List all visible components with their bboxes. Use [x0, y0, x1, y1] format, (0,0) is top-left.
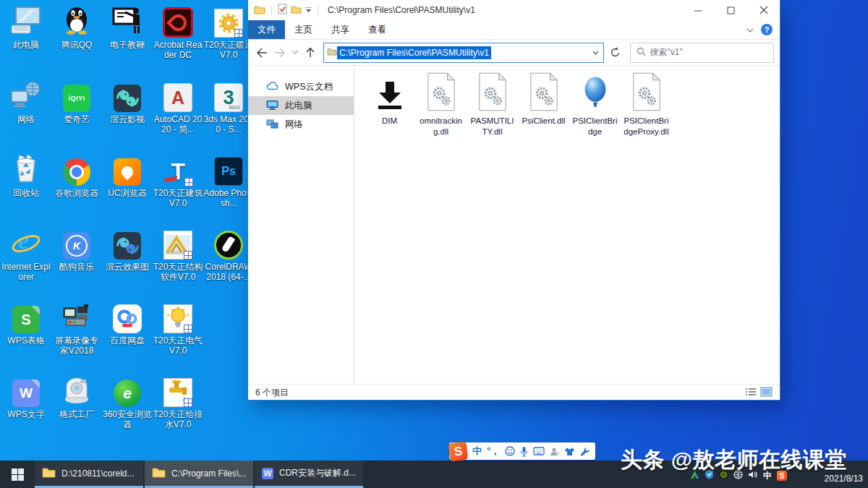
taskbar-button-wps-doc[interactable]: W CDR安装与破解.d...	[255, 461, 363, 488]
desktop-icon-chrome[interactable]: 谷歌浏览器	[51, 154, 102, 198]
maximize-button[interactable]	[715, 0, 747, 20]
desktop-icon-recycle-bin[interactable]: 回收站	[1, 154, 51, 198]
skin-shirt-icon[interactable]	[564, 447, 575, 456]
desktop-icon-coreldraw[interactable]: CorelDRAW 2018 (64-...	[203, 228, 254, 282]
desktop-icon-screen-recorder[interactable]: 屏幕录像专家V2018	[51, 301, 102, 356]
desktop-icon-acrobat[interactable]: Acrobat Reader DC	[153, 6, 203, 60]
microphone-icon[interactable]	[520, 446, 528, 457]
desktop-icon-iqiyi[interactable]: iQIYI 爱奇艺	[51, 80, 102, 124]
photoshop-icon: Ps	[214, 157, 243, 186]
details-view-icon[interactable]	[745, 387, 757, 399]
desktop-icon-t20-arch[interactable]: T T20天正建筑 V7.0	[153, 154, 203, 208]
desktop-icon-360-browser[interactable]: e 360安全浏览器	[102, 375, 153, 429]
desktop-icon-photoshop[interactable]: Ps Adobe Photosh...	[203, 154, 254, 208]
desktop-icon-wps-sheet[interactable]: S WPS表格	[1, 301, 51, 346]
toutiao-watermark: 头条 @敖老师在线课堂	[621, 445, 847, 475]
desktop-icon-t20-struct[interactable]: T20天正结构软件V7.0	[153, 228, 203, 282]
t20-arch-icon: T	[163, 157, 192, 186]
desktop-icon-qq[interactable]: 腾讯QQ	[51, 6, 102, 50]
recent-locations-icon[interactable]	[290, 43, 300, 62]
title-bar[interactable]: C:\Program Files\Corel\PASMUtility\v1	[248, 0, 780, 20]
autocad-icon: A	[163, 83, 192, 112]
desktop-icon-pointer[interactable]: 电子教鞭	[102, 6, 153, 50]
wrench-settings-icon[interactable]	[580, 447, 590, 456]
desktop-icon-this-pc[interactable]: 此电脑	[1, 6, 51, 50]
clock-date[interactable]: 2021/8/13	[825, 474, 863, 484]
acrobat-reader-icon	[163, 7, 193, 38]
desktop-icon-3dsmax[interactable]: 3MAX 3ds Max 2020 - S...	[203, 80, 254, 134]
desktop-icon-kugou[interactable]: K 酷狗音乐	[51, 228, 102, 272]
desktop-icon-xuanyun-film[interactable]: 渲云影视	[102, 80, 153, 124]
desktop-icon-label: 爱奇艺	[51, 114, 102, 124]
user-profile-icon[interactable]	[550, 447, 559, 456]
search-box[interactable]: 搜索"v1"	[630, 43, 774, 63]
back-button[interactable]	[254, 43, 270, 62]
t20-structure-icon	[163, 231, 192, 260]
desktop-icon-uc-browser[interactable]: UC浏览器	[102, 154, 153, 198]
refresh-button[interactable]	[606, 43, 624, 62]
address-folder-icon	[327, 47, 337, 58]
desktop-icon-baidu-pan[interactable]: 百度网盘	[102, 301, 153, 346]
desktop-icon-label: 谷歌浏览器	[51, 188, 102, 198]
desktop-icon-autocad[interactable]: A AutoCAD 2020 - 简...	[153, 80, 203, 134]
sidebar-item-network[interactable]: 网络	[248, 115, 354, 134]
desktop-icon-label: T20天正暖通 V7.0	[203, 40, 254, 60]
sidebar-item-this-pc[interactable]: 此电脑	[248, 96, 354, 115]
3dsmax-icon: 3MAX	[214, 83, 243, 112]
xuanyun-render-icon	[114, 232, 141, 260]
navigation-bar: C:\Program Files\Corel\PASMUtility\v1 搜索…	[248, 40, 780, 66]
file-name: PSIClientBridge	[571, 116, 619, 137]
large-icons-view-icon[interactable]	[760, 387, 773, 399]
cloud-icon	[266, 81, 278, 93]
taskbar-button-folder-d[interactable]: D:\210811\coreld...	[35, 461, 143, 488]
desktop-icon-label: T20天正结构软件V7.0	[153, 262, 203, 282]
t20-plumbing-icon	[163, 378, 192, 407]
ime-mode-chinese[interactable]: 中	[472, 445, 482, 458]
start-button[interactable]	[0, 461, 35, 488]
taskbar-button-folder-c[interactable]: C:\Program Files\...	[145, 461, 253, 488]
emoji-icon[interactable]	[505, 446, 515, 456]
minimize-button[interactable]	[682, 0, 715, 20]
file-item-psiclientbridgeproxy[interactable]: PSIClientBridgeProxy.dll	[621, 72, 672, 137]
properties-quick-icon[interactable]	[278, 4, 287, 17]
desktop-icon-xuanyun-render[interactable]: 渲云效果图	[102, 228, 153, 272]
help-icon[interactable]: ?	[761, 24, 773, 35]
sogou-logo-icon[interactable]: S	[448, 441, 468, 461]
kugou-icon: K	[63, 232, 90, 260]
desktop-icon-t20-elec[interactable]: T20天正电气 V7.0	[153, 301, 203, 356]
dll-file-icon	[631, 72, 662, 114]
folder-icon	[42, 466, 56, 480]
file-item-psiclient[interactable]: PsiClient.dll	[518, 72, 569, 137]
desktop-icon-wps-writer[interactable]: W WPS文字	[1, 375, 51, 419]
file-name: omnitracking.dll	[417, 116, 465, 137]
address-dropdown-icon[interactable]	[587, 43, 603, 62]
tab-home[interactable]: 主页	[285, 20, 322, 39]
desktop-icon-format-factory[interactable]: 格式工厂	[51, 375, 102, 419]
new-folder-quick-icon[interactable]	[291, 4, 302, 16]
address-bar[interactable]: C:\Program Files\Corel\PASMUtility\v1	[323, 43, 604, 63]
tab-share[interactable]: 共享	[322, 20, 359, 39]
desktop-icon-t20-plumb[interactable]: T20天正给排水V7.0	[153, 375, 203, 429]
tab-file[interactable]: 文件	[248, 20, 285, 39]
coreldraw-icon	[214, 231, 243, 260]
ime-punctuation[interactable]: °，	[487, 445, 500, 458]
customize-toolbar-icon[interactable]	[305, 5, 312, 15]
collapse-ribbon-icon[interactable]	[746, 25, 754, 35]
up-button[interactable]	[302, 43, 318, 62]
window-controls	[682, 0, 780, 20]
desktop-icon-t20-hvac[interactable]: T20天正暖通 V7.0	[203, 6, 254, 60]
forward-button[interactable]	[272, 43, 288, 62]
close-button[interactable]	[747, 0, 780, 20]
desktop-icon-ie[interactable]: e Internet Explorer	[1, 228, 51, 282]
tab-view[interactable]: 查看	[359, 20, 396, 39]
sidebar-item-wps-cloud[interactable]: WPS云文档	[248, 77, 354, 96]
file-item-psiclientbridge[interactable]: PSIClientBridge	[569, 72, 621, 137]
file-item-pasmutility[interactable]: PASMUTILITY.dll	[467, 72, 518, 137]
keyboard-icon[interactable]	[533, 447, 545, 455]
watermark-handle: @敖老师在线课堂	[671, 448, 847, 471]
desktop-icon-network[interactable]: 网络	[1, 80, 51, 124]
file-item-omnitracking[interactable]: omnitracking.dll	[415, 72, 467, 137]
desktop-icon-label: CorelDRAW 2018 (64-...	[203, 262, 254, 282]
file-item-dim[interactable]: DIM	[364, 72, 415, 137]
desktop-icon-label: Adobe Photosh...	[203, 188, 254, 208]
